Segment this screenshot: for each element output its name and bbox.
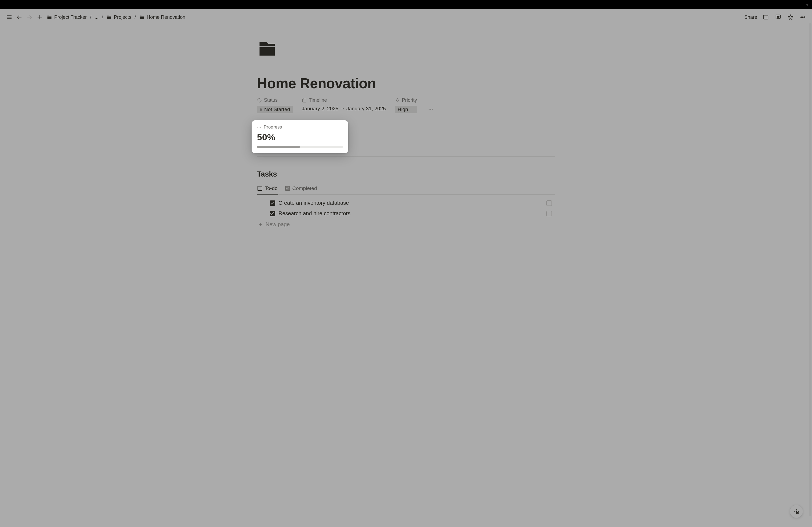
status-icon [257,98,262,103]
svg-point-15 [258,99,261,102]
menu-icon[interactable] [5,13,13,21]
prop-timeline[interactable]: Timeline January 2, 2025 → January 31, 2… [302,97,386,111]
task-list: Create an inventory database Research an… [257,198,555,230]
status-pill[interactable]: Not Started [257,106,293,113]
star-icon[interactable] [787,13,794,21]
page-icon[interactable] [257,39,555,60]
prop-priority-label: Priority [402,97,417,103]
progress-drag-icon[interactable]: ⋯ [257,125,262,130]
breadcrumb-root-label: Project Tracker [54,15,87,20]
priority-value: High [398,107,408,112]
timeline-value[interactable]: January 2, 2025 → January 31, 2025 [302,106,386,111]
tasks-heading: Tasks [257,170,555,178]
calendar-icon [302,98,307,103]
progress-label: Progress [264,124,282,130]
breadcrumb-sep: / [90,15,91,20]
props-more-icon[interactable] [426,105,435,114]
prop-status-head: Status [257,97,293,103]
breadcrumb-page[interactable]: Home Renovation [139,14,186,21]
progress-head: ⋯ Progress [257,124,343,130]
breadcrumb-root[interactable]: Project Tracker [46,14,87,21]
svg-rect-16 [302,99,306,102]
priority-pill[interactable]: High [395,106,417,113]
page-properties: Status Not Started Timeline January 2, 2… [257,97,555,113]
back-icon[interactable] [16,13,23,21]
more-icon[interactable] [799,13,807,21]
check-square-icon [285,186,290,191]
svg-point-14 [804,17,805,18]
breadcrumb-sep: / [102,15,103,20]
progress-bar [257,146,343,148]
breadcrumb-sep: / [134,15,136,20]
task-end-checkbox[interactable] [547,200,552,206]
progress-card[interactable]: ⋯ Progress 50% [251,120,348,153]
task-title: Research and hire contractors [278,210,350,216]
tab-completed-label: Completed [292,185,317,191]
prop-timeline-label: Timeline [309,97,327,103]
checkbox-icon[interactable] [270,211,275,216]
folder-icon [106,15,112,20]
task-end-checkbox[interactable] [547,211,552,216]
prop-priority[interactable]: Priority High [395,97,417,113]
app-root: Project Tracker / ... / Projects / Home … [0,9,812,527]
breadcrumb-ellipsis-label: ... [95,15,99,20]
svg-point-13 [802,17,803,18]
svg-point-12 [801,17,802,18]
tab-todo-label: To-do [265,185,278,191]
page-title[interactable]: Home Renovation [257,75,555,91]
task-row[interactable]: Research and hire contractors [257,208,555,219]
panel-icon[interactable] [762,13,770,21]
prop-status-label: Status [264,97,278,103]
window-control-dot [806,4,808,6]
window-titlebar [0,0,812,9]
task-title: Create an inventory database [278,200,349,206]
share-button[interactable]: Share [744,15,757,20]
new-page-label: New page [265,221,290,228]
topbar-right: Share [744,13,807,21]
breadcrumb-folder-label: Projects [114,15,131,20]
divider [257,156,555,157]
breadcrumb-page-label: Home Renovation [147,15,185,20]
breadcrumb-ellipsis[interactable]: ... [94,14,99,21]
tasks-tabs: To-do Completed [257,183,555,195]
svg-marker-11 [788,15,793,19]
new-page-button[interactable]: New page [257,219,555,230]
progress-value: 50% [257,132,343,142]
topbar-left: Project Tracker / ... / Projects / Home … [5,13,742,21]
palm-icon [793,508,800,515]
breadcrumb: Project Tracker / ... / Projects / Home … [46,14,186,21]
svg-point-22 [432,109,433,109]
folder-icon [139,15,144,20]
tab-completed[interactable]: Completed [285,183,318,195]
svg-point-21 [430,109,431,109]
topbar: Project Tracker / ... / Projects / Home … [0,9,812,25]
status-dot-icon [260,108,262,111]
breadcrumb-folder[interactable]: Projects [106,14,132,21]
forward-icon[interactable] [26,13,33,21]
scrollbar[interactable] [809,23,811,516]
task-row[interactable]: Create an inventory database [257,198,555,208]
page-content: Home Renovation Status Not Started Timel… [254,25,558,246]
square-icon [258,186,262,191]
progress-fill [257,146,300,148]
prop-timeline-head: Timeline [302,97,386,103]
help-fab[interactable] [790,505,803,518]
checkbox-icon[interactable] [270,200,275,206]
prop-priority-head: Priority [395,97,417,103]
folder-icon [47,15,52,20]
new-tab-icon[interactable] [36,13,44,21]
svg-point-25 [797,512,799,514]
plus-icon [258,222,263,227]
comments-icon[interactable] [774,13,782,21]
tab-todo[interactable]: To-do [257,183,278,195]
prop-status[interactable]: Status Not Started [257,97,293,113]
fire-icon [395,98,400,103]
svg-point-20 [429,109,429,109]
status-value: Not Started [264,107,290,112]
